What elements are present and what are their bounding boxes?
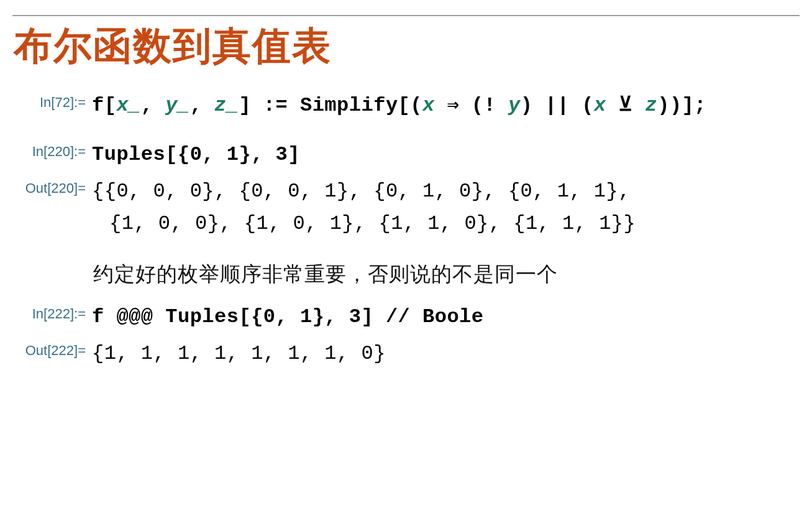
cell-output-222[interactable]: {1, 1, 1, 1, 1, 1, 1, 0} [92, 338, 812, 369]
cell-code-in-220[interactable]: Tuples[{0, 1}, 3] [92, 139, 812, 170]
input-cell-220[interactable]: In[220]:= Tuples[{0, 1}, 3] [0, 139, 812, 170]
code-text: ))]; [657, 94, 706, 117]
output-cell-222: Out[222]= {1, 1, 1, 1, 1, 1, 1, 0} [0, 338, 812, 369]
cell-label-out-222: Out[222]= [5, 338, 92, 359]
code-text: , [141, 94, 165, 117]
symbol-x: x_ [116, 94, 140, 117]
code-text: f[ [92, 94, 116, 117]
text-cell[interactable]: 约定好的枚举顺序非常重要，否则说的不是同一个 [93, 261, 812, 289]
output-line-2: {1, 0, 0}, {1, 0, 1}, {1, 1, 0}, {1, 1, … [92, 208, 812, 239]
symbol-x-ref: x [422, 94, 435, 117]
cell-code-in-222[interactable]: f @@@ Tuples[{0, 1}, 3] // Boole [92, 301, 812, 333]
cell-label-out-220: Out[220]= [5, 175, 92, 196]
cell-code-in-72[interactable]: f[x_, y_, z_] := Simplify[(x ⇒ (! y) || … [92, 90, 812, 121]
output-cell-220: Out[220]= {{0, 0, 0}, {0, 0, 1}, {0, 1, … [0, 175, 812, 239]
section-title: 布尔函数到真值表 [14, 20, 812, 72]
section-divider [12, 15, 800, 16]
cell-label-in-72: In[72]:= [5, 90, 92, 111]
symbol-y-ref: y [508, 94, 521, 117]
code-text: ⊻ [606, 94, 645, 117]
symbol-y: y_ [165, 94, 189, 117]
input-cell-72[interactable]: In[72]:= f[x_, y_, z_] := Simplify[(x ⇒ … [0, 90, 812, 121]
code-text: ] := Simplify[( [239, 94, 422, 117]
symbol-z-ref: z [645, 94, 658, 117]
code-text: , [190, 94, 214, 117]
cell-label-in-220: In[220]:= [5, 139, 92, 160]
cell-output-220[interactable]: {{0, 0, 0}, {0, 0, 1}, {0, 1, 0}, {0, 1,… [92, 175, 812, 239]
symbol-z: z_ [214, 94, 239, 117]
code-text: ⇒ (! [435, 94, 508, 117]
cell-label-in-222: In[222]:= [5, 301, 92, 322]
output-line-1: {{0, 0, 0}, {0, 0, 1}, {0, 1, 0}, {0, 1,… [92, 175, 812, 207]
notebook: 布尔函数到真值表 In[72]:= f[x_, y_, z_] := Simpl… [0, 15, 812, 369]
input-cell-222[interactable]: In[222]:= f @@@ Tuples[{0, 1}, 3] // Boo… [0, 301, 812, 333]
code-text: ) || ( [521, 94, 594, 117]
symbol-x-ref2: x [594, 94, 606, 117]
